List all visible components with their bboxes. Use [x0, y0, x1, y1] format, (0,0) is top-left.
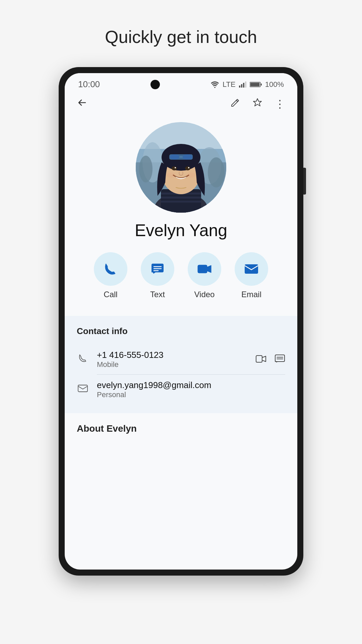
contact-info-title: Contact info [77, 326, 285, 336]
svg-point-25 [183, 154, 192, 160]
text-action-button[interactable]: Text [141, 252, 174, 299]
avatar [136, 122, 226, 213]
svg-rect-3 [243, 83, 244, 88]
signal-icon [239, 82, 246, 88]
contact-info-section: Contact info +1 416-555-0123 Mobile [65, 316, 297, 413]
email-action-button[interactable]: Email [235, 252, 268, 299]
svg-point-32 [187, 172, 195, 178]
svg-rect-41 [275, 355, 285, 362]
text-label: Text [150, 290, 165, 299]
about-title: About Evelyn [77, 423, 285, 434]
phone-info-icon [77, 353, 89, 366]
phone-video-button[interactable] [256, 354, 266, 365]
svg-point-30 [188, 167, 189, 168]
svg-rect-2 [241, 84, 242, 88]
status-time: 10:00 [78, 79, 100, 90]
phone-info-actions [256, 354, 285, 365]
phone-text-block: +1 416-555-0123 Mobile [97, 350, 164, 369]
star-button[interactable] [252, 98, 262, 110]
edit-button[interactable] [230, 98, 240, 110]
about-section: About Evelyn [65, 413, 297, 441]
phone-type: Mobile [97, 360, 164, 369]
svg-rect-39 [245, 264, 258, 274]
page-title: Quickly get in touch [105, 27, 257, 47]
svg-rect-6 [261, 84, 262, 86]
svg-rect-40 [256, 356, 262, 362]
svg-point-27 [172, 166, 177, 170]
email-action-circle [235, 252, 268, 286]
message-icon [149, 261, 166, 277]
toolbar: ⋮ [65, 92, 297, 115]
svg-rect-18 [161, 197, 201, 199]
email-label: Email [241, 290, 261, 299]
svg-point-28 [185, 166, 190, 170]
contact-name: Evelyn Yang [65, 221, 297, 240]
action-row: Call Text [65, 252, 297, 299]
text-action-circle [141, 252, 174, 286]
email-icon [243, 261, 259, 277]
more-options-button[interactable]: ⋮ [275, 99, 285, 109]
toolbar-right: ⋮ [230, 98, 285, 110]
video-icon [196, 261, 213, 277]
lte-indicator: LTE [223, 80, 236, 89]
svg-point-24 [170, 154, 179, 160]
svg-point-0 [214, 87, 216, 88]
phone-inner: 10:00 LTE [65, 73, 297, 570]
svg-rect-1 [239, 86, 240, 88]
svg-rect-38 [198, 265, 207, 273]
video-action-button[interactable]: Video [188, 252, 221, 299]
camera-notch [150, 80, 160, 89]
status-bar: 10:00 LTE [65, 73, 297, 92]
back-button[interactable] [77, 98, 87, 110]
status-icons: LTE 100% [210, 80, 284, 89]
battery-icon [250, 82, 262, 88]
avatar-image [136, 122, 226, 213]
email-info-icon [77, 384, 89, 395]
call-label: Call [104, 290, 117, 299]
email-text-block: evelyn.yang1998@gmail.com Personal [97, 380, 211, 399]
call-action-button[interactable]: Call [94, 252, 127, 299]
avatar-section [65, 122, 297, 213]
phone-info-left: +1 416-555-0123 Mobile [77, 350, 164, 369]
phone-info-row[interactable]: +1 416-555-0123 Mobile [77, 346, 285, 373]
toolbar-left [77, 98, 87, 110]
email-type: Personal [97, 390, 211, 399]
svg-rect-7 [250, 83, 259, 86]
phone-icon [103, 261, 119, 277]
divider [97, 374, 285, 375]
battery-percent: 100% [265, 80, 284, 89]
svg-point-31 [167, 172, 175, 178]
call-action-circle [94, 252, 127, 286]
svg-point-29 [175, 167, 176, 168]
phone-frame: 10:00 LTE [59, 67, 303, 576]
svg-rect-44 [78, 385, 87, 392]
svg-point-13 [139, 156, 153, 182]
video-label: Video [194, 290, 215, 299]
wifi-icon [210, 81, 219, 88]
email-info-row[interactable]: evelyn.yang1998@gmail.com Personal [77, 376, 285, 403]
page-wrapper: Quickly get in touch 10:00 LTE [0, 0, 362, 644]
phone-number: +1 416-555-0123 [97, 350, 164, 360]
svg-point-14 [208, 157, 225, 187]
email-address: evelyn.yang1998@gmail.com [97, 380, 211, 390]
svg-rect-4 [245, 82, 246, 88]
video-action-circle [188, 252, 221, 286]
email-info-left: evelyn.yang1998@gmail.com Personal [77, 380, 211, 399]
phone-text-button[interactable] [275, 354, 285, 365]
svg-rect-19 [161, 201, 201, 203]
